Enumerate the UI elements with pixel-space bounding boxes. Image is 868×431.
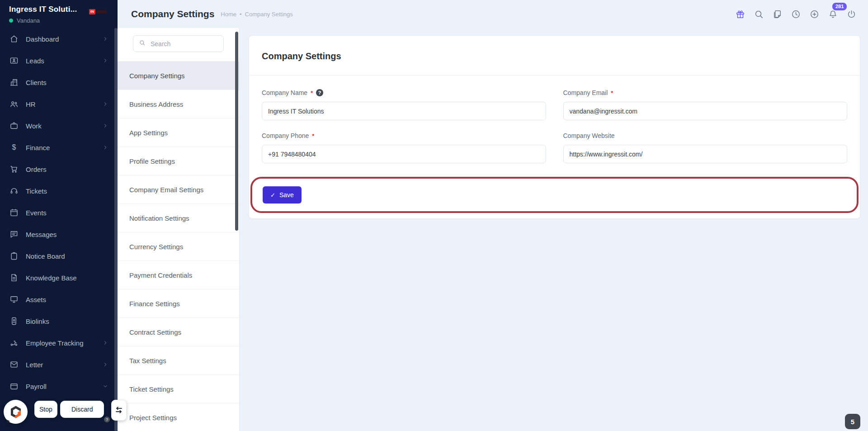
settings-item-project-settings[interactable]: Project Settings <box>118 403 239 431</box>
help-icon[interactable]: ? <box>104 417 110 422</box>
chevron-right-icon <box>102 123 108 129</box>
settings-item-ticket-settings[interactable]: Ticket Settings <box>118 374 239 403</box>
notes-icon[interactable] <box>772 9 783 20</box>
field-label: Company Website <box>563 132 848 139</box>
stop-button[interactable]: Stop <box>34 401 57 418</box>
sidebar-scrollbar[interactable] <box>114 28 118 431</box>
sidebar-nav: DashboardLeadsClientsHRWork$FinanceOrder… <box>0 28 118 397</box>
company-logo: IN <box>89 9 107 14</box>
sidebar-item-letter[interactable]: Letter <box>0 354 118 375</box>
wallet-icon <box>9 381 19 391</box>
clipboard-icon <box>9 251 19 261</box>
sidebar-item-notice-board[interactable]: Notice Board <box>0 245 118 267</box>
settings-scrollbar[interactable] <box>235 32 238 231</box>
settings-item-tax-settings[interactable]: Tax Settings <box>118 346 239 374</box>
breadcrumb: Home • Company Settings <box>221 11 292 18</box>
company-settings-form: Company Name*?Company Email*Company Phon… <box>249 76 860 163</box>
settings-item-profile-settings[interactable]: Profile Settings <box>118 147 239 175</box>
required-asterisk: * <box>312 133 314 139</box>
hr-icon <box>9 99 19 109</box>
sidebar-item-hr[interactable]: HR <box>0 93 118 115</box>
sidebar-item-dashboard[interactable]: Dashboard <box>0 28 118 50</box>
sidebar-item-employee-tracking[interactable]: Employee Tracking <box>0 332 118 354</box>
history-icon[interactable] <box>790 9 802 20</box>
sidebar-item-messages[interactable]: Messages <box>0 223 118 245</box>
monitor-icon <box>9 294 19 304</box>
discard-button[interactable]: Discard <box>60 401 104 418</box>
field-company-phone: Company Phone* <box>262 132 546 163</box>
sidebar-item-label: Finance <box>26 144 50 152</box>
settings-item-app-settings[interactable]: App Settings <box>118 118 239 147</box>
add-icon[interactable] <box>809 9 820 20</box>
sidebar-item-label: Tickets <box>26 187 47 195</box>
chevron-down-icon <box>102 383 108 389</box>
company-phone-input[interactable] <box>262 145 546 163</box>
briefcase-icon <box>9 121 19 131</box>
chevron-right-icon <box>102 144 108 151</box>
sidebar-item-knowledge-base[interactable]: Knowledge Base <box>0 267 118 289</box>
settings-list: Company SettingsBusiness AddressApp Sett… <box>118 61 239 431</box>
main-content: Company Settings Company Name*?Company E… <box>240 28 868 431</box>
sidebar-item-label: Letter <box>26 361 43 369</box>
field-label: Company Name*? <box>262 89 546 96</box>
settings-item-payment-credentials[interactable]: Payment Credentials <box>118 260 239 289</box>
search-icon[interactable] <box>753 9 764 20</box>
save-button[interactable]: ✓ Save <box>263 186 302 204</box>
search-input[interactable] <box>150 40 218 48</box>
sidebar-item-finance[interactable]: $Finance <box>0 137 118 158</box>
sidebar-item-label: Biolinks <box>26 317 49 325</box>
settings-item-finance-settings[interactable]: Finance Settings <box>118 289 239 317</box>
sidebar-item-biolinks[interactable]: Biolinks <box>0 310 118 332</box>
field-label-text: Company Email <box>563 89 608 96</box>
company-email-input[interactable] <box>563 102 848 120</box>
biolink-icon <box>9 316 19 326</box>
page-title: Company Settings <box>131 9 214 19</box>
sidebar-item-label: Leads <box>26 57 44 65</box>
main-sidebar: Ingress IT Soluti... Vandana IN Dashboar… <box>0 0 118 431</box>
leads-icon <box>9 56 19 66</box>
chevron-right-icon <box>102 36 108 42</box>
settings-item-company-email-settings[interactable]: Company Email Settings <box>118 175 239 204</box>
settings-item-notification-settings[interactable]: Notification Settings <box>118 204 239 232</box>
gift-icon[interactable] <box>735 9 746 20</box>
power-icon[interactable] <box>846 9 857 20</box>
sidebar-item-leads[interactable]: Leads <box>0 50 118 71</box>
settings-item-currency-settings[interactable]: Currency Settings <box>118 232 239 260</box>
home-icon <box>9 34 19 44</box>
sidebar-item-label: Messages <box>26 231 57 238</box>
company-website-input[interactable] <box>563 145 848 163</box>
page-count-badge[interactable]: 5 <box>845 414 860 429</box>
company-name-input[interactable] <box>262 102 546 120</box>
sidebar-item-assets[interactable]: Assets <box>0 289 118 310</box>
field-company-website: Company Website <box>563 132 848 163</box>
clients-icon <box>9 77 19 87</box>
sidebar-item-label: Payroll <box>26 383 47 390</box>
sidebar-item-orders[interactable]: Orders <box>0 158 118 180</box>
chevron-right-icon <box>102 101 108 107</box>
settings-panel: Company SettingsBusiness AddressApp Sett… <box>118 28 240 431</box>
sidebar-item-clients[interactable]: Clients <box>0 71 118 93</box>
sidebar-item-label: Work <box>26 122 42 130</box>
settings-item-business-address[interactable]: Business Address <box>118 90 239 118</box>
hexagon-logo-icon <box>8 404 24 420</box>
swap-arrows-button[interactable] <box>111 400 127 421</box>
dollar-icon: $ <box>9 142 19 152</box>
sidebar-item-label: Orders <box>26 166 47 173</box>
sidebar-item-payroll[interactable]: Payroll <box>0 375 118 397</box>
settings-item-company-settings[interactable]: Company Settings <box>118 61 239 90</box>
document-icon <box>9 273 19 283</box>
notifications-icon[interactable]: 281 <box>827 9 839 20</box>
user-name: Vandana <box>17 17 40 24</box>
company-logo-badge: IN <box>89 9 95 14</box>
workspace-header: Ingress IT Soluti... Vandana IN <box>0 0 118 28</box>
sidebar-item-tickets[interactable]: Tickets <box>0 180 118 202</box>
sidebar-item-events[interactable]: Events <box>0 202 118 223</box>
field-label: Company Email* <box>563 89 848 96</box>
breadcrumb-home[interactable]: Home <box>221 11 236 18</box>
sidebar-item-work[interactable]: Work <box>0 115 118 137</box>
save-button-label: Save <box>279 191 294 199</box>
settings-item-contract-settings[interactable]: Contract Settings <box>118 317 239 346</box>
breadcrumb-separator: • <box>240 11 242 18</box>
help-icon[interactable]: ? <box>316 89 323 96</box>
company-settings-card: Company Settings Company Name*?Company E… <box>249 35 860 219</box>
